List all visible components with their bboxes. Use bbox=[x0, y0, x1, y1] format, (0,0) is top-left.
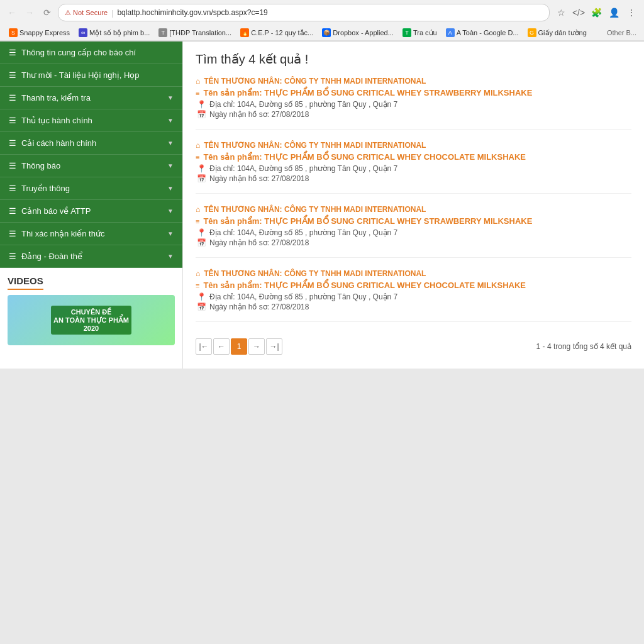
result-item: ⌂ TÊN THƯƠNG NHÂN: CÔNG TY TNHH MADI INT… bbox=[196, 77, 631, 130]
last-page-button[interactable]: →| bbox=[266, 338, 282, 355]
page-controls: |← ← 1 → →| bbox=[196, 338, 282, 355]
bookmark-favicon: T bbox=[158, 28, 167, 37]
menu-lines-icon: ☰ bbox=[9, 252, 16, 261]
bookmark-snappy-express[interactable]: S Snappy Express bbox=[5, 27, 74, 38]
bookmark-label: Một số bộ phim b... bbox=[89, 29, 150, 37]
bookmark-star-icon[interactable]: ☆ bbox=[553, 5, 569, 20]
product-name: ≡ Tên sản phẩm: THỰC PHẨM BỔ SUNG CRITIC… bbox=[196, 280, 631, 290]
menu-lines-icon: ☰ bbox=[9, 116, 16, 125]
menu-lines-icon: ☰ bbox=[9, 184, 16, 193]
product-name: ≡ Tên sản phẩm: THỰC PHẨM BỔ SUNG CRITIC… bbox=[196, 152, 631, 162]
address-text: Địa chỉ: 104A, Đường số 85 , phường Tân … bbox=[209, 228, 397, 237]
bookmark-thdp[interactable]: T [THĐP Translation... bbox=[155, 27, 235, 38]
product-lines-icon: ≡ bbox=[196, 218, 199, 225]
result-item: ⌂ TÊN THƯƠNG NHÂN: CÔNG TY TNHH MADI INT… bbox=[196, 205, 631, 258]
page-container: ☰ Thông tin cung cấp cho báo chí ☰ Thư m… bbox=[0, 42, 644, 369]
not-secure-indicator: ⚠ Not Secure bbox=[65, 9, 108, 17]
forward-button[interactable]: → bbox=[23, 6, 36, 19]
bookmark-dropbox[interactable]: 📦 Dropbox - Applied... bbox=[318, 27, 397, 38]
not-secure-label: Not Secure bbox=[73, 9, 108, 16]
date-row: 📅 Ngày nhận hồ sơ: 27/08/2018 bbox=[196, 238, 631, 247]
back-button[interactable]: ← bbox=[5, 6, 19, 19]
bookmark-label: Tra cứu bbox=[413, 29, 437, 37]
menu-lines-icon: ☰ bbox=[9, 206, 16, 216]
bookmark-phim[interactable]: ∞ Một số bộ phim b... bbox=[75, 27, 153, 38]
house-icon: ⌂ bbox=[196, 205, 200, 214]
devtools-icon[interactable]: </> bbox=[571, 5, 586, 20]
product-link[interactable]: Tên sản phẩm: THỰC PHẨM BỔ SUNG CRITICAL… bbox=[203, 88, 532, 97]
bookmark-favicon: 🔥 bbox=[240, 28, 249, 37]
calendar-icon: 📅 bbox=[197, 110, 206, 119]
product-link[interactable]: Tên sản phẩm: THỰC PHẨM BỔ SUNG CRITICAL… bbox=[203, 280, 526, 290]
bookmark-label: [THĐP Translation... bbox=[169, 29, 231, 36]
main-content: Tìm thấy 4 kết quả ! ⌂ TÊN THƯƠNG NHÂN: … bbox=[182, 42, 644, 369]
chevron-down-icon: ▼ bbox=[167, 208, 174, 214]
date-row: 📅 Ngày nhận hồ sơ: 27/08/2018 bbox=[196, 110, 631, 119]
sidebar-item-thongtin[interactable]: ☰ Thông tin cung cấp cho báo chí bbox=[0, 42, 182, 64]
date-row: 📅 Ngày nhận hồ sơ: 27/08/2018 bbox=[196, 174, 631, 183]
product-lines-icon: ≡ bbox=[196, 153, 199, 161]
company-name: ⌂ TÊN THƯƠNG NHÂN: CÔNG TY TNHH MADI INT… bbox=[196, 205, 631, 214]
bookmark-atoan[interactable]: A A Toàn - Google D... bbox=[442, 27, 523, 38]
page-1-button[interactable]: 1 bbox=[231, 338, 247, 355]
calendar-icon: 📅 bbox=[197, 174, 206, 183]
sidebar-item-canhbao[interactable]: ☰ Cảnh báo về ATTP ▼ bbox=[0, 200, 182, 223]
bookmark-label: Dropbox - Applied... bbox=[333, 29, 394, 36]
refresh-button[interactable]: ⟳ bbox=[40, 6, 54, 19]
chevron-down-icon: ▼ bbox=[167, 230, 174, 237]
sidebar-item-thutuc[interactable]: ☰ Thủ tục hành chính ▼ bbox=[0, 109, 182, 132]
date-text: Ngày nhận hồ sơ: 27/08/2018 bbox=[209, 303, 309, 311]
date-text: Ngày nhận hồ sơ: 27/08/2018 bbox=[209, 174, 309, 183]
sidebar-item-dang[interactable]: ☰ Đảng - Đoàn thể ▼ bbox=[0, 245, 182, 268]
other-bookmarks[interactable]: Other B... bbox=[604, 28, 639, 38]
bookmark-favicon: T bbox=[402, 28, 411, 37]
address-row: 📍 Địa chỉ: 104A, Đường số 85 , phường Tâ… bbox=[196, 100, 631, 109]
product-lines-icon: ≡ bbox=[196, 282, 199, 289]
bookmark-favicon: S bbox=[9, 28, 18, 37]
address-row: 📍 Địa chỉ: 104A, Đường số 85 , phường Tâ… bbox=[196, 292, 631, 301]
extensions-puzzle-icon[interactable]: 🧩 bbox=[589, 5, 604, 20]
prev-page-button[interactable]: ← bbox=[213, 338, 230, 355]
sidebar-item-thixacnhan[interactable]: ☰ Thi xác nhận kiến thức ▼ bbox=[0, 223, 182, 245]
date-text: Ngày nhận hồ sơ: 27/08/2018 bbox=[209, 110, 309, 119]
video-thumbnail[interactable]: CHUYÊN ĐỀAN TOÀN THỰC PHẨM2020 bbox=[8, 295, 175, 345]
sidebar-item-label: Thư mời - Tài liệu Hội nghị, Họp bbox=[21, 70, 140, 80]
sidebar-item-label: Thi xác nhận kiến thức bbox=[21, 229, 104, 238]
house-icon: ⌂ bbox=[196, 77, 200, 86]
location-pin-icon: 📍 bbox=[197, 292, 206, 301]
bookmark-label: Snappy Express bbox=[19, 29, 70, 36]
company-name-text: TÊN THƯƠNG NHÂN: CÔNG TY TNHH MADI INTER… bbox=[204, 77, 426, 86]
profile-icon[interactable]: 👤 bbox=[606, 5, 621, 20]
menu-lines-icon: ☰ bbox=[9, 229, 16, 238]
menu-dots-icon[interactable]: ⋮ bbox=[624, 5, 639, 20]
sidebar-item-label: Thanh tra, kiểm tra bbox=[21, 93, 91, 103]
product-name: ≡ Tên sản phẩm: THỰC PHẨM BỔ SUNG CRITIC… bbox=[196, 216, 631, 226]
address-bar[interactable]: ⚠ Not Secure | bqlattp.hochiminhcity.gov… bbox=[58, 4, 550, 21]
sidebar-item-thumoi[interactable]: ☰ Thư mời - Tài liệu Hội nghị, Họp bbox=[0, 64, 182, 87]
sidebar-item-label: Đảng - Đoàn thể bbox=[21, 252, 82, 261]
menu-lines-icon: ☰ bbox=[9, 70, 16, 80]
sidebar-item-truyenthong[interactable]: ☰ Truyền thông ▼ bbox=[0, 177, 182, 200]
location-pin-icon: 📍 bbox=[197, 228, 206, 237]
address-text: Địa chỉ: 104A, Đường số 85 , phường Tân … bbox=[209, 164, 397, 173]
sidebar-item-caicach[interactable]: ☰ Cải cách hành chính ▼ bbox=[0, 132, 182, 155]
location-pin-icon: 📍 bbox=[197, 164, 206, 173]
sidebar-item-label: Thông tin cung cấp cho báo chí bbox=[21, 48, 136, 57]
company-name-text: TÊN THƯƠNG NHÂN: CÔNG TY TNHH MADI INTER… bbox=[204, 269, 426, 278]
result-item: ⌂ TÊN THƯƠNG NHÂN: CÔNG TY TNHH MADI INT… bbox=[196, 141, 631, 194]
bookmark-tracuu[interactable]: T Tra cứu bbox=[399, 27, 441, 38]
bookmark-giaydan[interactable]: G Giấy dán tường bbox=[524, 27, 591, 38]
bookmark-cep[interactable]: 🔥 C.E.P - 12 quy tắc... bbox=[236, 27, 317, 38]
first-page-button[interactable]: |← bbox=[196, 338, 212, 355]
videos-section: VIDEOS CHUYÊN ĐỀAN TOÀN THỰC PHẨM2020 bbox=[0, 268, 182, 353]
date-text: Ngày nhận hồ sơ: 27/08/2018 bbox=[209, 238, 309, 247]
product-link[interactable]: Tên sản phẩm: THỰC PHẨM BỔ SUNG CRITICAL… bbox=[203, 152, 526, 162]
company-name-text: TÊN THƯƠNG NHÂN: CÔNG TY TNHH MADI INTER… bbox=[204, 141, 426, 150]
next-page-button[interactable]: → bbox=[248, 338, 265, 355]
chevron-down-icon: ▼ bbox=[167, 185, 174, 192]
product-lines-icon: ≡ bbox=[196, 89, 199, 97]
product-link[interactable]: Tên sản phẩm: THỰC PHẨM BỔ SUNG CRITICAL… bbox=[203, 216, 532, 226]
sidebar-item-thongbao[interactable]: ☰ Thông báo ▼ bbox=[0, 155, 182, 177]
house-icon: ⌂ bbox=[196, 141, 200, 150]
sidebar-item-thanhtra[interactable]: ☰ Thanh tra, kiểm tra ▼ bbox=[0, 87, 182, 109]
